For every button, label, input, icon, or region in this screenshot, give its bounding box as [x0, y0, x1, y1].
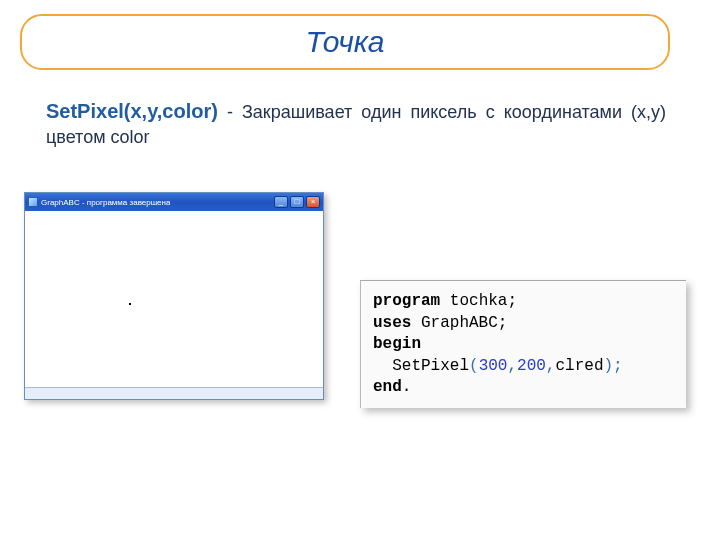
titlebar-left: GraphABC - программа завершена — [28, 197, 170, 207]
window-titlebar: GraphABC - программа завершена _ □ × — [25, 193, 323, 211]
function-signature: SetPixel(x,y,color) — [46, 100, 218, 122]
slide-title-container: Точка — [20, 14, 670, 70]
code-close: ); — [603, 357, 622, 375]
code-num1: 300 — [479, 357, 508, 375]
description-paragraph: SetPixel(x,y,color) - Закрашивает один п… — [46, 98, 666, 149]
code-fn: SetPixel — [392, 357, 469, 375]
code-kw-program: program — [373, 292, 440, 310]
window-statusbar — [25, 387, 323, 399]
code-arg: clred — [555, 357, 603, 375]
code-indent — [373, 357, 392, 375]
close-button[interactable]: × — [306, 196, 320, 208]
code-num2: 200 — [517, 357, 546, 375]
code-l1-rest: tochka; — [440, 292, 517, 310]
code-open: ( — [469, 357, 479, 375]
window-controls: _ □ × — [274, 196, 320, 208]
code-comma1: , — [507, 357, 517, 375]
code-snippet: program tochka; uses GraphABC; begin Set… — [360, 280, 686, 408]
code-kw-uses: uses — [373, 314, 411, 332]
app-window: GraphABC - программа завершена _ □ × — [24, 192, 324, 400]
maximize-button[interactable]: □ — [290, 196, 304, 208]
code-kw-end: end — [373, 378, 402, 396]
description-sep: - — [218, 102, 242, 122]
code-l2-rest: GraphABC; — [411, 314, 507, 332]
app-icon — [28, 197, 38, 207]
minimize-button[interactable]: _ — [274, 196, 288, 208]
code-kw-begin: begin — [373, 335, 421, 353]
window-title: GraphABC - программа завершена — [41, 198, 170, 207]
pixel-dot — [129, 303, 131, 305]
code-dot: . — [402, 378, 412, 396]
window-client-area — [25, 211, 323, 387]
slide-title: Точка — [305, 25, 384, 59]
